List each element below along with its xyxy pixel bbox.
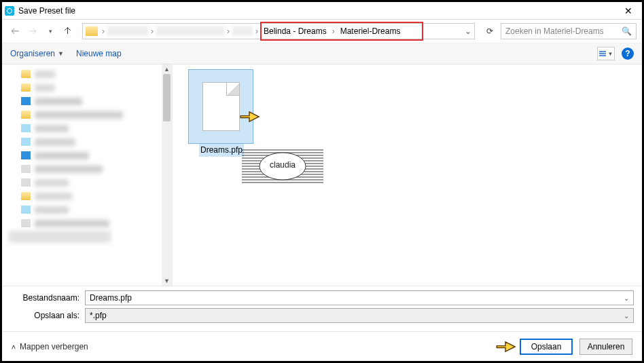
folder-icon (21, 83, 31, 92)
annotation-pointer-icon (238, 109, 261, 125)
folder-tree[interactable]: ▲ ▼ (2, 64, 172, 286)
refresh-button[interactable]: ⟳ (482, 23, 498, 39)
back-button[interactable]: 🡠 (7, 24, 22, 39)
help-button[interactable]: ? (622, 47, 634, 60)
organize-menu[interactable]: Organiseren ▼ (10, 49, 64, 58)
blurred-path (232, 26, 253, 36)
scroll-up-icon[interactable]: ▲ (163, 64, 171, 74)
file-list[interactable]: Dreams.pfp claudia (172, 64, 642, 286)
filetype-select[interactable]: *.pfp ⌄ (85, 308, 634, 323)
file-thumbnail (189, 70, 253, 143)
chevron-right-icon: › (149, 26, 155, 36)
organize-label: Organiseren (10, 49, 55, 58)
tree-item[interactable] (2, 162, 172, 176)
search-placeholder: Zoeken in Materiel-Dreams (505, 26, 622, 36)
tree-item[interactable] (2, 81, 172, 94)
scroll-down-icon[interactable]: ▼ (163, 276, 171, 286)
watermark-image: claudia (242, 147, 323, 185)
folder-icon (21, 165, 31, 173)
forward-button[interactable]: 🡢 (25, 24, 40, 39)
nav-bar: 🡠 🡢 ▾ 🡡 › › › › Belinda - Dreams › Mater… (2, 20, 642, 43)
tree-item[interactable] (2, 176, 172, 189)
breadcrumb-item[interactable]: Materiel-Dreams (336, 26, 405, 36)
new-folder-label: Nieuwe map (76, 49, 122, 58)
chevron-right-icon: › (254, 26, 260, 36)
scroll-thumb[interactable] (163, 74, 171, 121)
tree-scrollbar[interactable]: ▲ ▼ (162, 64, 172, 286)
folder-icon (21, 192, 31, 200)
svg-text:claudia: claudia (270, 160, 296, 170)
save-button[interactable]: Opslaan (520, 339, 573, 355)
chevron-down-icon[interactable]: ⌄ (624, 294, 629, 302)
saveas-label: Opslaan als: (10, 311, 85, 320)
address-dropdown[interactable]: ⌄ (462, 26, 474, 36)
folder-icon (21, 70, 31, 78)
chevron-right-icon: › (226, 26, 231, 36)
blurred-path (107, 26, 148, 36)
tree-item[interactable] (2, 94, 172, 108)
filename-panel: Bestandsnaam: Dreams.pfp ⌄ Opslaan als: … (2, 286, 642, 331)
folder-icon (21, 97, 31, 105)
tree-item[interactable] (2, 108, 172, 121)
folder-icon (21, 178, 31, 187)
blurred-path (156, 26, 224, 36)
chevron-right-icon: › (101, 26, 106, 36)
chevron-down-icon[interactable]: ⌄ (624, 312, 629, 320)
recent-dropdown[interactable]: ▾ (43, 24, 58, 39)
chevron-down-icon: ▼ (58, 50, 64, 57)
filename-value: Dreams.pfp (90, 293, 132, 303)
address-bar[interactable]: › › › › Belinda - Dreams › Materiel-Drea… (82, 23, 475, 39)
file-name: Dreams.pfp (199, 143, 244, 157)
folder-icon (21, 206, 31, 214)
up-button[interactable]: 🡡 (60, 24, 75, 39)
chevron-down-icon: ▼ (608, 51, 613, 57)
search-icon: 🔍 (622, 26, 632, 36)
close-button[interactable]: ✕ (618, 3, 639, 18)
folder-icon (21, 138, 31, 146)
hide-folders-toggle[interactable]: ʌ Mappen verbergen (12, 342, 88, 351)
folder-icon (86, 26, 98, 36)
breadcrumb-item[interactable]: Belinda - Dreams (260, 26, 331, 36)
chevron-up-icon: ʌ (12, 343, 16, 350)
tree-item[interactable] (2, 230, 172, 244)
folder-icon (21, 124, 31, 132)
chevron-right-icon: › (331, 26, 336, 36)
tree-item[interactable] (2, 67, 172, 81)
filename-input[interactable]: Dreams.pfp ⌄ (85, 290, 634, 305)
hide-folders-label: Mappen verbergen (20, 342, 88, 351)
view-options-button[interactable]: ▼ (597, 47, 615, 60)
filename-label: Bestandsnaam: (10, 293, 85, 303)
list-icon (599, 51, 606, 56)
tree-item[interactable] (2, 135, 172, 149)
document-icon (202, 82, 240, 131)
app-icon (5, 6, 14, 16)
annotation-pointer-icon (494, 339, 517, 355)
window-title: Save Preset file (18, 6, 618, 16)
toolbar: Organiseren ▼ Nieuwe map ▼ ? (2, 43, 642, 64)
title-bar: Save Preset file ✕ (2, 2, 642, 20)
new-folder-button[interactable]: Nieuwe map (76, 49, 122, 58)
tree-item[interactable] (2, 189, 172, 203)
tree-item[interactable] (2, 203, 172, 216)
save-dialog: Save Preset file ✕ 🡠 🡢 ▾ 🡡 › › › › Belin… (0, 0, 644, 363)
dialog-footer: ʌ Mappen verbergen Opslaan Annuleren (2, 331, 642, 361)
tree-item[interactable] (2, 216, 172, 230)
content-area: ▲ ▼ Dreams.pfp cl (2, 64, 642, 286)
tree-item[interactable] (2, 121, 172, 135)
folder-icon (21, 111, 31, 119)
folder-icon (21, 219, 31, 227)
tree-item[interactable] (2, 149, 172, 162)
search-input[interactable]: Zoeken in Materiel-Dreams 🔍 (501, 23, 637, 39)
filetype-value: *.pfp (90, 311, 107, 320)
folder-icon (21, 151, 31, 159)
cancel-button[interactable]: Annuleren (579, 339, 632, 355)
